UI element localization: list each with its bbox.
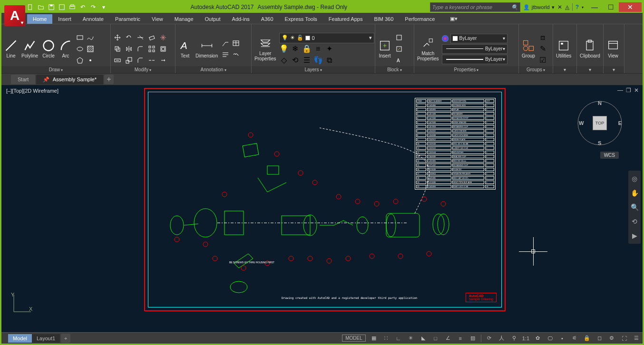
search-icon[interactable]: 🔍 (511, 4, 518, 10)
panel-modify-title[interactable]: Modify (111, 66, 175, 73)
layout-tab[interactable]: Layout1 (32, 334, 60, 343)
tab-view[interactable]: View (146, 14, 169, 24)
tab-annotate[interactable]: Annotate (77, 14, 109, 24)
layer-off-icon[interactable]: 💡 (279, 44, 289, 54)
polar-icon[interactable]: ✳ (407, 334, 415, 343)
layer-dropdown[interactable]: 💡 ☀ 🔓 0 ▾ (279, 33, 374, 43)
snap-icon[interactable]: ⸬ (382, 334, 390, 343)
linetype-select[interactable]: ByLayer▾ (442, 44, 507, 54)
scale-icon[interactable] (124, 56, 134, 65)
explode-icon[interactable] (158, 33, 168, 42)
scale-label[interactable]: 1:1 (522, 335, 529, 341)
polygon-icon[interactable] (75, 56, 85, 65)
help-dropdown-icon[interactable]: ▾ (582, 5, 584, 10)
chevron-down-icon[interactable]: ▾ (369, 35, 372, 41)
tab-addins[interactable]: Add-ins (226, 14, 255, 24)
annotation-vis-icon[interactable]: ⚲ (510, 334, 518, 343)
mtext-icon[interactable] (221, 50, 230, 59)
layer-match-icon[interactable]: ≡ (313, 44, 323, 54)
lineweight-toggle-icon[interactable]: ≡ (456, 334, 465, 343)
spline-icon[interactable] (86, 33, 95, 42)
isolate-icon[interactable]: ◻ (595, 334, 604, 343)
viewcube-e[interactable]: E (618, 120, 622, 126)
hardware-accel-icon[interactable]: ⚙ (607, 334, 616, 343)
qat-plot-icon[interactable] (68, 3, 77, 11)
layer-new-icon[interactable]: ✦ (325, 44, 334, 54)
isodraft-icon[interactable]: ◣ (419, 334, 428, 343)
model-tab[interactable]: Model (8, 334, 32, 343)
layer-merge-icon[interactable]: ⧉ (325, 56, 334, 65)
layer-iso-icon[interactable]: ◇ (279, 56, 289, 65)
panel-groups-title[interactable]: Groups (519, 66, 553, 73)
osnap-icon[interactable]: □ (431, 334, 440, 343)
quickprops-icon[interactable]: ⚟ (570, 334, 579, 343)
qat-dropdown-icon[interactable]: ▾ (99, 3, 108, 11)
table-icon[interactable] (231, 38, 241, 48)
doc-restore-icon[interactable]: ❐ (626, 87, 631, 94)
edit-attrib-icon[interactable]: A (394, 56, 404, 65)
filetab-active[interactable]: 📌 Assembly Sample* (36, 75, 103, 85)
zoom-extents-icon[interactable]: 🔍 (629, 202, 640, 212)
polyline-button[interactable]: Polyline (20, 38, 39, 59)
grid-icon[interactable]: ▦ (370, 334, 378, 343)
tab-manage[interactable]: Manage (169, 14, 199, 24)
exchange-icon[interactable]: ✕ (557, 4, 562, 10)
viewcube-w[interactable]: W (579, 120, 584, 126)
user-dropdown-icon[interactable]: ▾ (552, 4, 555, 10)
minimize-button[interactable]: — (586, 2, 603, 12)
create-block-icon[interactable] (394, 33, 404, 42)
rectangle-icon[interactable] (75, 33, 85, 42)
ribbon-minimize-icon[interactable]: ▣▾ (444, 14, 463, 24)
pan-icon[interactable]: ✋ (629, 188, 640, 198)
layer-prev-icon[interactable]: ⟲ (291, 56, 300, 65)
panel-layers-title[interactable]: Layers (252, 66, 375, 73)
annotation-scale-icon[interactable]: 人 (498, 334, 506, 343)
arc-button[interactable]: Arc (58, 38, 73, 59)
viewcube-top[interactable]: TOP (593, 116, 607, 130)
doc-close-icon[interactable]: ✕ (634, 87, 639, 94)
clipboard-button[interactable]: Clipboard (579, 38, 601, 59)
mirror-icon[interactable] (124, 44, 134, 54)
a360-icon[interactable]: ◬ (565, 4, 569, 10)
layer-lock-icon[interactable]: 🔒 (302, 44, 312, 54)
tab-a360[interactable]: A360 (255, 14, 279, 24)
view-label[interactable]: [–][Top][2D Wireframe] (6, 88, 59, 94)
transparency-icon[interactable]: ▨ (468, 334, 477, 343)
layout-add-button[interactable]: + (61, 334, 70, 343)
lock-ui-icon[interactable]: 🔒 (583, 334, 591, 343)
trim-icon[interactable] (136, 33, 145, 42)
circle-button[interactable]: Circle (41, 38, 56, 59)
join-icon[interactable] (147, 56, 156, 65)
user-badge[interactable]: 👤 jtbworld ▾ (523, 4, 555, 10)
units-icon[interactable]: • (558, 334, 566, 343)
group-edit-icon[interactable]: ✎ (538, 44, 547, 54)
maximize-button[interactable]: ☐ (603, 2, 619, 12)
tab-performance[interactable]: Performance (399, 14, 440, 24)
layer-freeze-icon[interactable]: ❄ (291, 44, 300, 54)
customize-icon[interactable]: ☰ (632, 334, 641, 343)
tab-featured[interactable]: Featured Apps (323, 14, 369, 24)
qat-save-icon[interactable] (47, 3, 56, 11)
tab-insert[interactable]: Insert (52, 14, 77, 24)
qat-open-icon[interactable] (37, 3, 45, 11)
stretch-icon[interactable] (113, 56, 122, 65)
ortho-icon[interactable]: ∟ (394, 334, 403, 343)
line-button[interactable]: Line (3, 38, 19, 59)
tab-bim360[interactable]: BIM 360 (368, 14, 399, 24)
close-button[interactable]: ✕ (619, 2, 642, 12)
layer-state-icon[interactable]: ☰ (302, 56, 312, 65)
viewcube-s[interactable]: S (598, 140, 601, 146)
fillet-icon[interactable] (136, 44, 145, 54)
cleanscreen-icon[interactable]: ⛶ (620, 334, 628, 343)
copy-icon[interactable] (113, 44, 122, 54)
ellipse-icon[interactable] (75, 44, 85, 54)
layer-walk-icon[interactable]: 👣 (313, 56, 323, 65)
tab-parametric[interactable]: Parametric (109, 14, 146, 24)
text-button[interactable]: AText (177, 38, 193, 59)
erase-icon[interactable] (147, 33, 156, 42)
panel-block-title[interactable]: Block (375, 66, 414, 73)
panel-annotation-title[interactable]: Annotation (176, 66, 251, 73)
doc-minimize-icon[interactable]: — (617, 87, 623, 94)
utilities-button[interactable]: Utilities (555, 38, 572, 59)
model-badge[interactable]: MODEL (342, 335, 366, 342)
